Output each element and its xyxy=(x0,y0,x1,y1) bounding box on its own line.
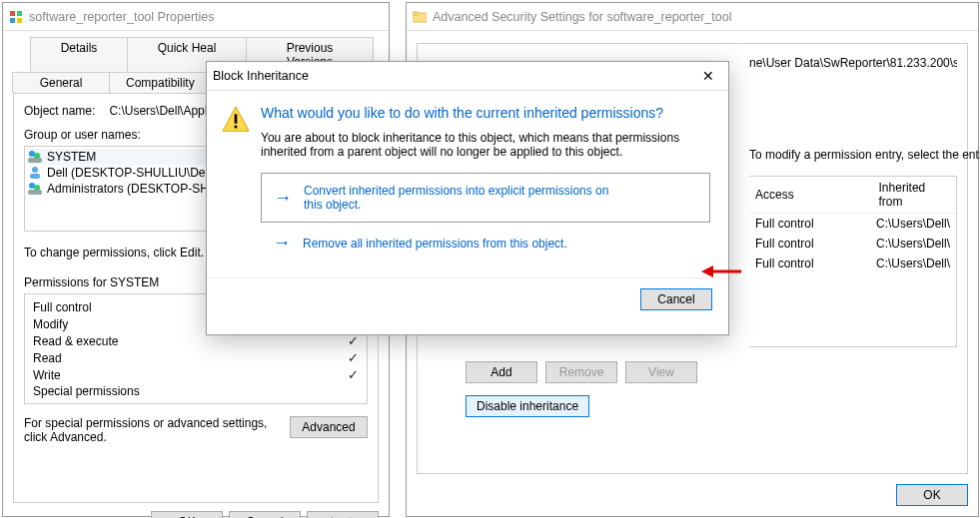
dialog-explain-2: inherited from a parent object will no l… xyxy=(261,145,710,159)
svg-rect-1 xyxy=(17,11,22,16)
option-remove-all[interactable]: → Remove all inherited permissions from … xyxy=(261,227,710,263)
perm-special: Special permissions xyxy=(27,383,365,399)
tab-compatibility[interactable]: Compatibility xyxy=(109,72,209,93)
checkmark-icon: ✓ xyxy=(348,367,359,382)
advanced-ok-button[interactable]: OK xyxy=(896,484,968,506)
dialog-title: Block Inheritance xyxy=(213,69,694,83)
close-icon: ✕ xyxy=(702,68,714,84)
properties-titlebar: software_reporter_tool Properties xyxy=(3,3,389,31)
disable-inheritance-button[interactable]: Disable inheritance xyxy=(466,395,589,417)
cancel-button[interactable]: Cancel xyxy=(229,511,301,518)
option-remove-text: Remove all inherited permissions from th… xyxy=(303,237,567,251)
user-icon xyxy=(27,165,43,181)
perm-write: Write✓ xyxy=(27,366,365,383)
svg-rect-2 xyxy=(10,18,15,23)
dialog-question: What would you like to do with the curre… xyxy=(261,105,710,121)
remove-button[interactable]: Remove xyxy=(545,361,617,383)
ok-button[interactable]: OK xyxy=(151,511,223,518)
col-access[interactable]: Access xyxy=(755,188,879,202)
properties-title: software_reporter_tool Properties xyxy=(29,10,383,24)
block-inheritance-dialog: Block Inheritance ✕ What would you like … xyxy=(206,61,729,335)
svg-rect-16 xyxy=(235,126,238,129)
dialog-explain-1: You are about to block inheritance to th… xyxy=(261,131,710,145)
table-row[interactable]: Full control C:\Users\Dell\ xyxy=(749,234,956,254)
perm-read: Read✓ xyxy=(27,349,365,366)
permissions-table: Access Inherited from Full control C:\Us… xyxy=(749,176,957,347)
svg-rect-3 xyxy=(17,18,22,23)
group-icon xyxy=(27,181,43,197)
advanced-titlebar: Advanced Security Settings for software_… xyxy=(407,3,978,31)
table-row[interactable]: Full control C:\Users\Dell\ xyxy=(749,254,956,273)
col-inherited[interactable]: Inherited from xyxy=(879,181,950,209)
svg-rect-6 xyxy=(28,158,42,163)
svg-point-7 xyxy=(32,167,38,173)
group-icon xyxy=(27,149,43,165)
advanced-button[interactable]: Advanced xyxy=(290,416,368,438)
advanced-row: For special permissions or advanced sett… xyxy=(24,416,368,444)
svg-rect-15 xyxy=(235,114,238,123)
checkmark-icon: ✓ xyxy=(348,350,359,365)
advanced-path-value: ne\User Data\SwReporter\81.233.200\softw… xyxy=(749,56,957,70)
advanced-footer: OK xyxy=(417,484,968,506)
user-system-label: SYSTEM xyxy=(47,150,96,164)
arrow-right-icon: → xyxy=(273,233,291,254)
option-convert[interactable]: → Convert inherited permissions into exp… xyxy=(261,173,710,223)
object-name-label: Object name: xyxy=(24,104,95,118)
view-button[interactable]: View xyxy=(625,361,697,383)
user-admins-label: Administrators (DESKTOP-SHULL xyxy=(47,182,231,196)
user-dell-label: Dell (DESKTOP-SHULLIU\Dell) xyxy=(47,166,215,180)
advanced-text: For special permissions or advanced sett… xyxy=(24,416,290,444)
table-header: Access Inherited from xyxy=(749,177,956,214)
advanced-title: Advanced Security Settings for software_… xyxy=(433,10,972,24)
add-button[interactable]: Add xyxy=(466,361,537,383)
advanced-action-row: Add Remove View xyxy=(466,361,957,383)
svg-rect-13 xyxy=(413,12,419,15)
svg-rect-0 xyxy=(10,11,15,16)
arrow-right-icon: → xyxy=(274,188,292,209)
svg-rect-8 xyxy=(30,174,40,179)
svg-rect-11 xyxy=(28,190,42,195)
apply-button[interactable]: Apply xyxy=(307,511,379,518)
option-convert-line2: this object. xyxy=(304,198,608,212)
dialog-titlebar: Block Inheritance ✕ xyxy=(207,62,728,90)
tab-general[interactable]: General xyxy=(12,72,110,93)
table-row[interactable]: Full control C:\Users\Dell\ xyxy=(749,214,956,234)
folder-icon xyxy=(413,10,427,24)
dialog-cancel-button[interactable]: Cancel xyxy=(640,288,712,310)
svg-marker-18 xyxy=(701,265,713,277)
properties-footer: OK Cancel Apply xyxy=(13,511,379,518)
close-button[interactable]: ✕ xyxy=(694,65,722,87)
option-convert-line1: Convert inherited permissions into expli… xyxy=(304,184,608,198)
tab-details[interactable]: Details xyxy=(30,37,128,72)
checkmark-icon: ✓ xyxy=(348,333,359,348)
dialog-footer: Cancel xyxy=(207,277,728,322)
app-icon xyxy=(9,10,23,24)
annotation-arrow-icon xyxy=(701,262,741,283)
warning-icon xyxy=(221,105,251,138)
